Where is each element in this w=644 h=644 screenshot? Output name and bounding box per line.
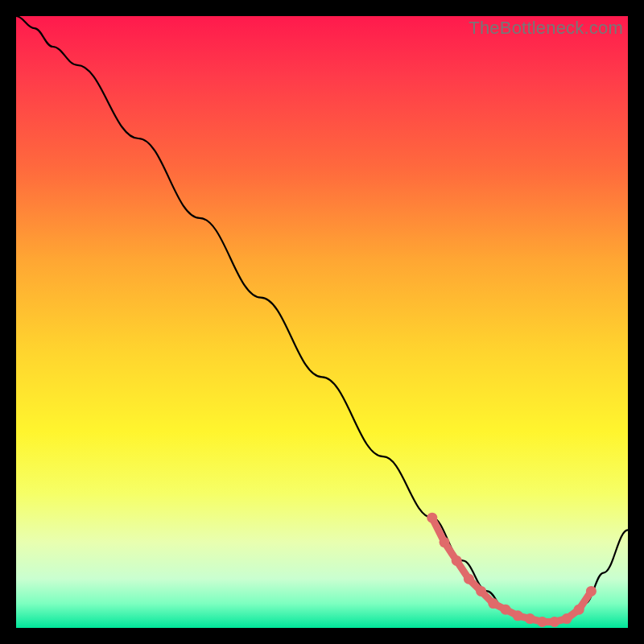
sweet-spot-dot	[513, 610, 523, 621]
sweet-spot-dot	[525, 613, 535, 624]
sweet-spot-dot	[452, 555, 462, 566]
sweet-spot-dot	[537, 617, 547, 627]
sweet-spot-dot	[440, 537, 450, 547]
sweet-spot-dot	[476, 586, 486, 597]
sweet-spot-dot	[488, 598, 498, 609]
sweet-spot-dot	[464, 574, 474, 584]
sweet-spot-dot	[586, 586, 597, 597]
sweet-spot-dot	[562, 613, 572, 624]
chart-svg	[16, 16, 628, 628]
sweet-spot-dot	[427, 513, 437, 523]
sweet-spot-dot	[574, 605, 584, 615]
chart-frame: TheBottleneck.com	[16, 16, 628, 628]
bottleneck-curve	[16, 16, 628, 621]
sweet-spot-dot	[549, 617, 559, 627]
sweet-spot-dot	[501, 605, 511, 615]
sweet-spot-stroke	[432, 518, 592, 621]
